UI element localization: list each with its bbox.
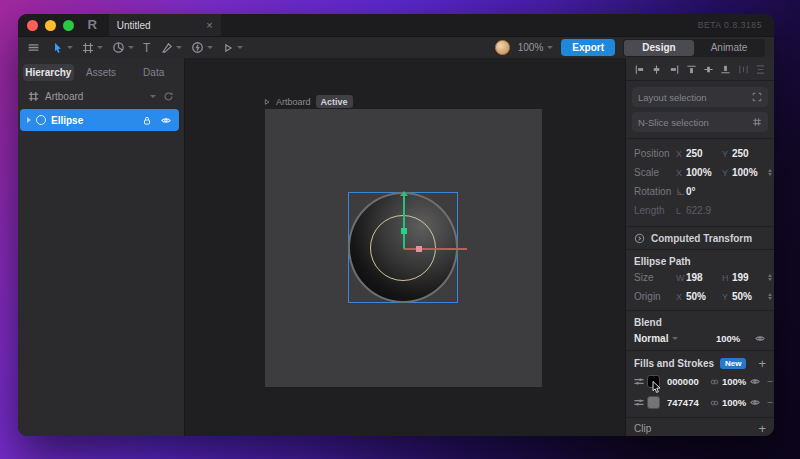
h-key: H xyxy=(722,273,732,283)
align-top-icon[interactable] xyxy=(686,64,697,75)
add-fill-button[interactable]: + xyxy=(758,356,766,371)
align-left-icon[interactable] xyxy=(634,64,645,75)
chevron-down-icon[interactable] xyxy=(67,46,73,49)
fill-opacity-field[interactable]: 100% xyxy=(722,376,749,387)
artboard-header[interactable]: Artboard Active xyxy=(263,95,353,108)
stage-canvas[interactable]: Artboard Active xyxy=(185,58,625,436)
size-stepper[interactable] xyxy=(768,274,772,282)
artboard-tool[interactable] xyxy=(82,42,103,54)
tab-design[interactable]: Design xyxy=(624,40,694,56)
l-key: L xyxy=(676,206,686,216)
pen-tool[interactable] xyxy=(161,42,182,54)
link-icon[interactable] xyxy=(709,377,720,387)
scale-x-field[interactable]: 100% xyxy=(686,167,722,178)
add-clip-button[interactable]: + xyxy=(758,421,766,436)
x-axis-gizmo[interactable] xyxy=(404,248,467,250)
zoom-level-value: 100% xyxy=(518,42,544,53)
remove-fill-button[interactable]: − xyxy=(767,376,773,387)
nslice-selection-label: N-Slice selection xyxy=(638,117,709,128)
align-bottom-icon[interactable] xyxy=(720,64,731,75)
blend-mode-dropdown[interactable]: Normal xyxy=(634,333,716,344)
chevron-down-icon[interactable] xyxy=(207,46,213,49)
shapes-tool[interactable] xyxy=(112,41,134,54)
menu-button[interactable] xyxy=(27,41,40,54)
fill-hex-field[interactable]: 000000 xyxy=(667,376,709,387)
select-tool[interactable] xyxy=(52,42,73,54)
stroke-hex-field[interactable]: 747474 xyxy=(667,397,709,408)
origin-stepper[interactable] xyxy=(768,293,772,301)
play-tool[interactable] xyxy=(222,42,243,54)
chevron-down-icon[interactable] xyxy=(97,46,103,49)
eye-icon[interactable] xyxy=(749,376,761,387)
y-key: Y xyxy=(722,149,732,159)
tab-animate[interactable]: Animate xyxy=(694,40,764,56)
scale-y-field[interactable]: 100% xyxy=(732,167,768,178)
frame-icon xyxy=(82,42,94,54)
remove-stroke-button[interactable]: − xyxy=(767,397,773,408)
chevron-down-icon[interactable] xyxy=(176,46,182,49)
origin-y-field[interactable]: 50% xyxy=(732,291,768,302)
origin-x-field[interactable]: 50% xyxy=(686,291,722,302)
sliders-icon[interactable] xyxy=(633,376,645,387)
chevron-down-icon[interactable] xyxy=(128,46,134,49)
align-center-h-icon[interactable] xyxy=(651,64,662,75)
close-window-button[interactable] xyxy=(27,20,38,31)
scale-label: Scale xyxy=(634,167,676,178)
layout-selection-button[interactable]: Layout selection xyxy=(632,87,768,107)
zoom-window-button[interactable] xyxy=(63,20,74,31)
tree-item-label: Artboard xyxy=(45,91,83,102)
color-swatch[interactable] xyxy=(647,375,660,388)
sidebar-tabs: Hierarchy Assets Data xyxy=(18,61,184,84)
user-avatar[interactable] xyxy=(495,40,510,55)
width-field[interactable]: 198 xyxy=(686,272,722,283)
y-axis-gizmo[interactable] xyxy=(403,195,405,249)
distribute-h-icon[interactable] xyxy=(738,64,749,75)
tree-item-artboard[interactable]: Artboard xyxy=(18,84,184,108)
tree-item-ellipse[interactable]: Ellipse xyxy=(20,109,179,131)
lock-icon[interactable] xyxy=(142,115,152,126)
sync-icon[interactable] xyxy=(163,91,174,102)
eye-icon[interactable] xyxy=(754,333,766,344)
document-tab-title: Untitled xyxy=(117,20,151,31)
height-field[interactable]: 199 xyxy=(732,272,768,283)
zoom-control[interactable]: 100% xyxy=(518,42,554,53)
sliders-icon[interactable] xyxy=(633,397,645,408)
nslice-selection-button[interactable]: N-Slice selection xyxy=(632,112,768,132)
tab-assets[interactable]: Assets xyxy=(76,64,127,81)
x-scale-handle[interactable] xyxy=(416,246,422,252)
scale-stepper[interactable] xyxy=(768,169,772,177)
close-tab-icon[interactable]: × xyxy=(206,19,212,31)
document-tab[interactable]: Untitled × xyxy=(109,14,221,36)
y-scale-handle[interactable] xyxy=(401,228,407,234)
distribute-v-icon[interactable] xyxy=(755,64,766,75)
chevron-down-icon xyxy=(672,337,678,340)
ellipse-tool-icon xyxy=(112,41,125,54)
minimize-window-button[interactable] xyxy=(45,20,56,31)
text-tool[interactable]: T xyxy=(143,41,150,55)
play-small-icon[interactable] xyxy=(263,98,271,106)
eye-icon[interactable] xyxy=(749,397,761,408)
disclosure-circle-icon[interactable] xyxy=(634,233,645,244)
color-swatch[interactable] xyxy=(647,396,660,409)
expand-caret-icon[interactable] xyxy=(27,117,31,123)
position-x-field[interactable]: 250 xyxy=(686,148,722,159)
align-middle-v-icon[interactable] xyxy=(703,64,714,75)
eye-icon[interactable] xyxy=(160,115,172,126)
blend-opacity-field[interactable]: 100% xyxy=(716,333,746,344)
computed-transform-row[interactable]: Computed Transform xyxy=(626,227,774,250)
align-right-icon[interactable] xyxy=(669,64,680,75)
y-key: Y xyxy=(722,168,732,178)
rotation-field[interactable]: 0° xyxy=(686,186,722,197)
chevron-down-icon[interactable] xyxy=(237,46,243,49)
tab-hierarchy[interactable]: Hierarchy xyxy=(23,64,74,81)
position-y-field[interactable]: 250 xyxy=(732,148,768,159)
rotation-row: Rotation 0° xyxy=(634,182,766,201)
export-button[interactable]: Export xyxy=(561,39,615,56)
state-machine-tool[interactable] xyxy=(191,41,213,54)
chevron-down-icon[interactable] xyxy=(150,95,156,98)
tab-data[interactable]: Data xyxy=(128,64,179,81)
stroke-opacity-field[interactable]: 100% xyxy=(722,397,749,408)
app-window: R Untitled × BETA 0.8.3185 T xyxy=(18,14,774,436)
link-icon[interactable] xyxy=(709,398,720,408)
selection-bounding-box[interactable] xyxy=(348,192,458,303)
